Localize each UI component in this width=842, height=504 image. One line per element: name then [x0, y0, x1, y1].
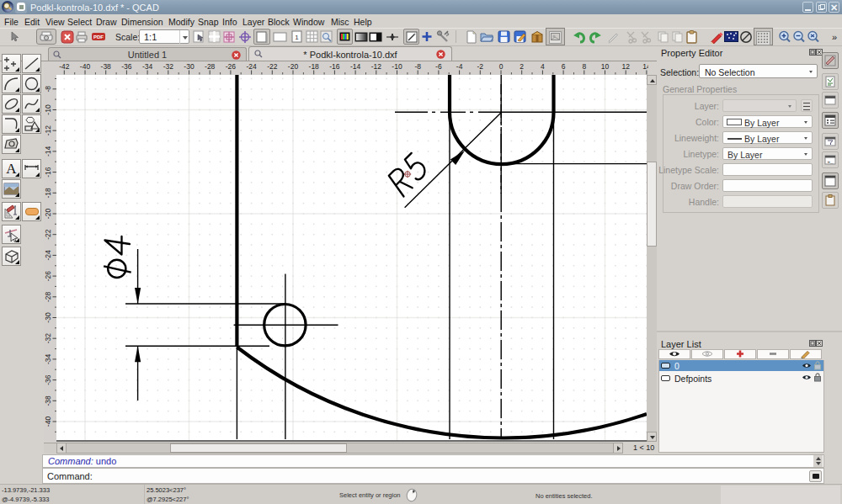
svg-text:-32: -32 — [163, 62, 174, 71]
svg-text:-22: -22 — [44, 229, 52, 240]
svg-text:-28: -28 — [44, 291, 52, 302]
svg-text:-8: -8 — [414, 62, 421, 71]
svg-text:-14: -14 — [350, 62, 361, 71]
svg-text:-26: -26 — [44, 271, 52, 282]
svg-text:8: 8 — [582, 62, 586, 71]
svg-text:-32: -32 — [44, 333, 52, 344]
svg-text:6: 6 — [562, 62, 566, 71]
svg-text:-24: -24 — [44, 250, 52, 261]
svg-text:-8: -8 — [44, 86, 52, 93]
svg-text:-10: -10 — [392, 62, 402, 71]
svg-text:-20: -20 — [288, 62, 299, 71]
svg-text:-40: -40 — [44, 416, 52, 427]
svg-text:-36: -36 — [121, 62, 132, 71]
svg-text:-34: -34 — [142, 62, 153, 71]
svg-text:-18: -18 — [309, 62, 320, 71]
svg-text:-42: -42 — [59, 62, 70, 71]
svg-text:10: 10 — [601, 62, 610, 71]
svg-text:PDF: PDF — [93, 34, 104, 40]
svg-text:1: 1 — [295, 34, 299, 41]
svg-text:-16: -16 — [44, 167, 52, 178]
svg-text:-4: -4 — [456, 62, 463, 71]
svg-text:-2: -2 — [477, 62, 484, 71]
svg-text:-38: -38 — [101, 62, 112, 71]
svg-text:-16: -16 — [329, 62, 340, 71]
svg-text:14: 14 — [642, 62, 648, 71]
svg-text:12: 12 — [621, 62, 630, 71]
svg-text:-40: -40 — [80, 62, 91, 71]
svg-text:-12: -12 — [371, 62, 382, 71]
svg-text:2: 2 — [520, 62, 524, 71]
svg-text:-26: -26 — [226, 62, 237, 71]
svg-text:-18: -18 — [44, 188, 52, 199]
svg-text:-38: -38 — [44, 395, 52, 406]
svg-text:-12: -12 — [44, 125, 52, 136]
svg-text:-36: -36 — [44, 374, 52, 385]
svg-text:-14: -14 — [44, 146, 52, 157]
svg-text:-28: -28 — [205, 62, 216, 71]
svg-text:-10: -10 — [44, 104, 52, 115]
svg-text:-6: -6 — [435, 62, 442, 71]
svg-text:»_: »_ — [827, 159, 834, 165]
svg-text:-30: -30 — [44, 312, 52, 323]
svg-text:-20: -20 — [44, 209, 52, 220]
svg-text:-24: -24 — [246, 62, 257, 71]
svg-text:0: 0 — [499, 62, 504, 71]
svg-text:-22: -22 — [267, 62, 278, 71]
svg-text:4: 4 — [541, 62, 545, 71]
svg-text:-30: -30 — [184, 62, 195, 71]
svg-text:-34: -34 — [44, 353, 52, 364]
